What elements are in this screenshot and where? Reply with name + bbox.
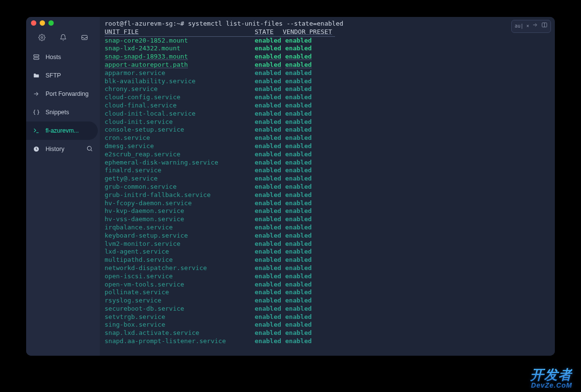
unit-state: enabled	[255, 118, 285, 126]
unit-row: multipathd.serviceenabledenabled	[105, 256, 550, 264]
unit-name: rsyslog.service	[105, 297, 255, 305]
unit-row: getty@.serviceenabledenabled	[105, 175, 550, 183]
unit-preset: enabled	[285, 93, 312, 102]
sidebar: Hosts SFTP Port Forwarding Snippets fl-a…	[26, 17, 100, 356]
share-icon	[33, 90, 40, 97]
unit-row: snap-core20-1852.mountenabledenabled	[105, 37, 550, 45]
unit-state: enabled	[255, 53, 285, 61]
unit-row: cron.serviceenabledenabled	[105, 134, 550, 142]
unit-name: chrony.service	[105, 85, 255, 93]
terminal-prompt: root@fl-azurevm-sg:~# systemctl list-uni…	[105, 20, 550, 28]
sidebar-item-port-forwarding[interactable]: Port Forwarding	[26, 85, 100, 103]
unit-row: finalrd.serviceenabledenabled	[105, 166, 550, 175]
unit-preset: enabled	[285, 321, 312, 329]
unit-row: open-vm-tools.serviceenabledenabled	[105, 281, 550, 289]
svg-rect-2	[34, 55, 39, 57]
unit-preset: enabled	[285, 159, 312, 167]
unit-state: enabled	[255, 151, 285, 159]
unit-name: e2scrub_reap.service	[105, 151, 255, 159]
unit-state: enabled	[255, 37, 285, 45]
unit-row: grub-common.serviceenabledenabled	[105, 183, 550, 191]
search-icon[interactable]	[86, 145, 93, 153]
unit-name: networkd-dispatcher.service	[105, 264, 255, 272]
unit-preset: enabled	[285, 305, 312, 313]
unit-row: cloud-final.serviceenabledenabled	[105, 102, 550, 110]
header-preset: VENDOR PRESET	[283, 28, 332, 36]
unit-row: sing-box.serviceenabledenabled	[105, 321, 550, 329]
svg-point-8	[87, 146, 91, 150]
unit-preset: enabled	[285, 281, 312, 289]
unit-preset: enabled	[285, 110, 312, 118]
unit-row: apparmor.serviceenabledenabled	[105, 69, 550, 77]
sidebar-top-icons	[26, 29, 100, 48]
unit-state: enabled	[255, 288, 285, 297]
sidebar-item-session[interactable]: fl-azurevm...	[26, 121, 98, 140]
unit-state: enabled	[255, 232, 285, 240]
unit-name: hv-vss-daemon.service	[105, 215, 255, 224]
unit-state: enabled	[255, 191, 285, 199]
unit-preset: enabled	[285, 264, 312, 272]
unit-state: enabled	[255, 272, 285, 281]
unit-name: apport-autoreport.path	[105, 61, 255, 69]
settings-icon[interactable]	[38, 34, 46, 43]
terminal-toolbar: au| ×	[511, 20, 551, 33]
unit-preset: enabled	[285, 313, 312, 321]
unit-state: enabled	[255, 321, 285, 329]
unit-state: enabled	[255, 248, 285, 256]
unit-row: pollinate.serviceenabledenabled	[105, 288, 550, 297]
unit-name: open-vm-tools.service	[105, 281, 255, 289]
split-pane-icon[interactable]	[541, 22, 548, 31]
unit-state: enabled	[255, 110, 285, 118]
unit-name: cloud-init.service	[105, 118, 255, 126]
sidebar-item-label: Hosts	[46, 54, 61, 60]
unit-preset: enabled	[285, 272, 312, 281]
share-icon[interactable]	[532, 22, 538, 31]
unit-name: ephemeral-disk-warning.service	[105, 159, 255, 167]
sidebar-item-label: fl-azurevm...	[46, 127, 79, 134]
terminal-panel[interactable]: au| × root@fl-azurevm-sg:~# systemctl li…	[100, 17, 555, 356]
unit-preset: enabled	[285, 191, 312, 199]
sidebar-item-hosts[interactable]: Hosts	[26, 48, 100, 66]
unit-row: secureboot-db.serviceenabledenabled	[105, 305, 550, 313]
unit-row: ephemeral-disk-warning.serviceenabledena…	[105, 159, 550, 167]
watermark-line1: 开发者	[530, 367, 572, 382]
sidebar-item-snippets[interactable]: Snippets	[26, 103, 100, 121]
unit-preset: enabled	[285, 215, 312, 224]
unit-preset: enabled	[285, 256, 312, 264]
unit-name: lxd-agent.service	[105, 248, 255, 256]
unit-row: chrony.serviceenabledenabled	[105, 85, 550, 93]
unit-name: snap-lxd-24322.mount	[105, 45, 255, 53]
header-state: STATE	[255, 28, 283, 36]
minimize-window-button[interactable]	[40, 20, 45, 26]
unit-preset: enabled	[285, 183, 312, 191]
unit-preset: enabled	[285, 199, 312, 208]
unit-preset: enabled	[285, 85, 312, 93]
unit-row: cloud-init.serviceenabledenabled	[105, 118, 550, 126]
sidebar-item-label: History	[46, 146, 64, 152]
sidebar-item-history[interactable]: History	[26, 140, 100, 158]
svg-point-0	[41, 37, 43, 39]
unit-name: irqbalance.service	[105, 224, 255, 232]
unit-preset: enabled	[285, 151, 312, 159]
sidebar-item-sftp[interactable]: SFTP	[26, 66, 100, 85]
inbox-icon[interactable]	[81, 34, 88, 43]
unit-row: snap-lxd-24322.mountenabledenabled	[105, 45, 550, 53]
sidebar-item-label: SFTP	[46, 72, 61, 79]
unit-preset: enabled	[285, 248, 312, 256]
unit-row: console-setup.serviceenabledenabled	[105, 126, 550, 134]
unit-preset: enabled	[285, 37, 312, 45]
zoom-window-button[interactable]	[48, 20, 54, 26]
close-window-button[interactable]	[31, 20, 36, 26]
unit-state: enabled	[255, 166, 285, 175]
unit-row: cloud-init-local.serviceenabledenabled	[105, 110, 550, 118]
unit-state: enabled	[255, 175, 285, 183]
toolbar-badge[interactable]: au| ×	[515, 22, 529, 30]
unit-name: cloud-final.service	[105, 102, 255, 110]
unit-state: enabled	[255, 305, 285, 313]
bell-icon[interactable]	[60, 34, 67, 43]
folder-icon	[33, 72, 40, 79]
unit-name: snap.lxd.activate.service	[105, 329, 255, 337]
unit-name: snap-snapd-18933.mount	[105, 53, 255, 61]
unit-state: enabled	[255, 337, 285, 346]
unit-name: hv-fcopy-daemon.service	[105, 199, 255, 208]
